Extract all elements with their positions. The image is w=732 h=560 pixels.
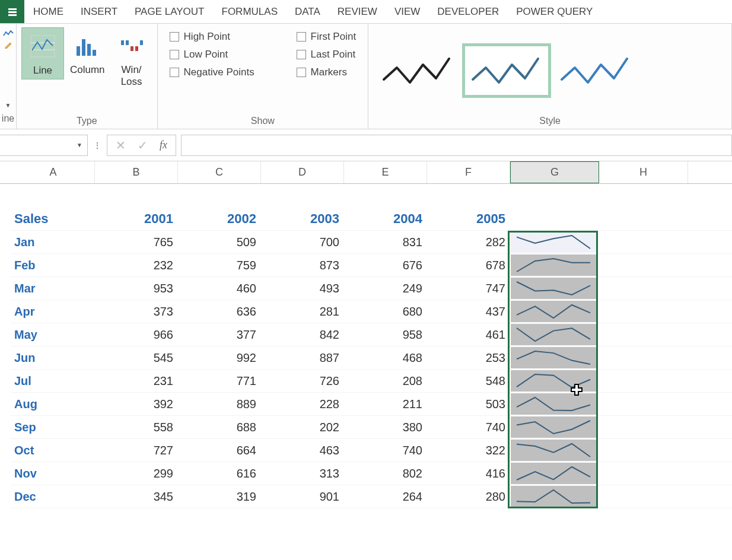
data-cell[interactable]: 208	[343, 374, 426, 388]
data-cell[interactable]: 842	[260, 328, 343, 342]
data-cell[interactable]: 765	[94, 236, 177, 249]
tab-formulas[interactable]: FORMULAS	[214, 0, 287, 23]
data-cell[interactable]: 771	[177, 374, 260, 388]
data-cell[interactable]: 548	[426, 374, 509, 388]
data-cell[interactable]: 282	[426, 236, 509, 249]
file-tab[interactable]	[0, 0, 25, 23]
data-cell[interactable]: 322	[426, 444, 509, 457]
tab-power-query[interactable]: POWER QUERY	[508, 0, 601, 23]
data-cell[interactable]: 740	[343, 444, 426, 457]
column-header-G[interactable]: G	[510, 161, 599, 183]
data-cell[interactable]: 319	[177, 490, 260, 504]
sparkline-cell[interactable]	[511, 278, 596, 299]
checkbox-last-point[interactable]: Last Point	[297, 49, 356, 61]
sparkline-cell[interactable]	[511, 231, 596, 253]
tab-home[interactable]: HOME	[25, 0, 72, 23]
data-cell[interactable]: 253	[426, 351, 509, 365]
data-cell[interactable]: 461	[426, 328, 509, 342]
data-cell[interactable]: 202	[260, 421, 343, 434]
sparkline-style-0[interactable]	[373, 43, 462, 98]
checkbox-low-point[interactable]: Low Point	[170, 49, 282, 61]
checkbox-first-point[interactable]: First Point	[297, 31, 357, 43]
name-box[interactable]: ▼	[0, 135, 88, 156]
data-cell[interactable]: 249	[343, 282, 426, 295]
sparkline-cell[interactable]	[511, 463, 596, 484]
enter-icon[interactable]: ✓	[138, 138, 148, 152]
name-box-dropdown-icon[interactable]: ▼	[77, 142, 82, 148]
data-cell[interactable]: 740	[426, 421, 509, 434]
data-cell[interactable]: 558	[94, 421, 177, 434]
data-cell[interactable]: 373	[94, 305, 177, 319]
formula-bar-grip[interactable]: ⋮	[93, 141, 102, 150]
column-header-C[interactable]: C	[178, 161, 261, 183]
checkbox-markers[interactable]: Markers	[297, 66, 347, 78]
tab-insert[interactable]: INSERT	[72, 0, 126, 23]
data-cell[interactable]: 616	[177, 467, 260, 481]
column-header-E[interactable]: E	[344, 161, 427, 183]
data-cell[interactable]: 281	[260, 305, 343, 319]
data-cell[interactable]: 726	[260, 374, 343, 388]
data-cell[interactable]: 700	[260, 236, 343, 249]
sparkline-cell[interactable]	[511, 301, 596, 322]
data-cell[interactable]: 688	[177, 421, 260, 434]
tab-page-layout[interactable]: PAGE LAYOUT	[126, 0, 213, 23]
column-header-D[interactable]: D	[261, 161, 344, 183]
data-cell[interactable]: 468	[343, 351, 426, 365]
data-cell[interactable]: 802	[343, 467, 426, 481]
data-cell[interactable]: 377	[177, 328, 260, 342]
tab-developer[interactable]: DEVELOPER	[429, 0, 508, 23]
data-cell[interactable]: 509	[177, 236, 260, 249]
data-cell[interactable]: 264	[343, 490, 426, 504]
tab-view[interactable]: VIEW	[386, 0, 429, 23]
tab-data[interactable]: DATA	[287, 0, 329, 23]
data-cell[interactable]: 416	[426, 467, 509, 481]
data-cell[interactable]: 380	[343, 421, 426, 434]
column-header-A[interactable]: A	[12, 161, 95, 183]
data-cell[interactable]: 958	[343, 328, 426, 342]
column-header-F[interactable]: F	[427, 161, 510, 183]
data-cell[interactable]: 678	[426, 259, 509, 272]
data-cell[interactable]: 887	[260, 351, 343, 365]
data-cell[interactable]: 889	[177, 397, 260, 411]
data-cell[interactable]: 873	[260, 259, 343, 272]
data-cell[interactable]: 831	[343, 236, 426, 249]
sparkline-type-winloss[interactable]: Win/ Loss	[111, 27, 152, 90]
column-header-H[interactable]: H	[599, 161, 688, 183]
sparkline-style-1[interactable]	[462, 43, 551, 98]
sparkline-cell[interactable]	[511, 486, 596, 507]
data-cell[interactable]: 493	[260, 282, 343, 295]
data-cell[interactable]: 680	[343, 305, 426, 319]
tab-review[interactable]: REVIEW	[329, 0, 386, 23]
data-cell[interactable]: 228	[260, 397, 343, 411]
data-cell[interactable]: 747	[426, 282, 509, 295]
data-cell[interactable]: 280	[426, 490, 509, 504]
sparkline-cell[interactable]	[511, 416, 596, 438]
dropdown-icon[interactable]: ▼	[5, 102, 11, 109]
data-cell[interactable]: 676	[343, 259, 426, 272]
data-cell[interactable]: 992	[177, 351, 260, 365]
data-cell[interactable]: 392	[94, 397, 177, 411]
data-cell[interactable]: 231	[94, 374, 177, 388]
data-cell[interactable]: 636	[177, 305, 260, 319]
checkbox-high-point[interactable]: High Point	[170, 31, 282, 43]
cancel-icon[interactable]: ✕	[116, 138, 126, 152]
data-cell[interactable]: 463	[260, 444, 343, 457]
data-cell[interactable]: 232	[94, 259, 177, 272]
data-cell[interactable]: 299	[94, 467, 177, 481]
sparkline-style-2[interactable]	[551, 43, 640, 98]
data-cell[interactable]: 545	[94, 351, 177, 365]
data-cell[interactable]: 345	[94, 490, 177, 504]
sparkline-type-column[interactable]: Column	[64, 27, 111, 78]
sparkline-cell[interactable]	[511, 347, 596, 368]
data-cell[interactable]: 664	[177, 444, 260, 457]
fx-icon[interactable]: fx	[160, 139, 167, 151]
sparkline-cell[interactable]	[511, 254, 596, 276]
sparkline-cell[interactable]	[511, 440, 596, 461]
sparkline-cell[interactable]	[511, 324, 596, 345]
data-cell[interactable]: 966	[94, 328, 177, 342]
column-header-B[interactable]: B	[95, 161, 178, 183]
data-cell[interactable]: 211	[343, 397, 426, 411]
data-cell[interactable]: 313	[260, 467, 343, 481]
checkbox-negative-points[interactable]: Negative Points	[170, 66, 282, 78]
data-cell[interactable]: 759	[177, 259, 260, 272]
